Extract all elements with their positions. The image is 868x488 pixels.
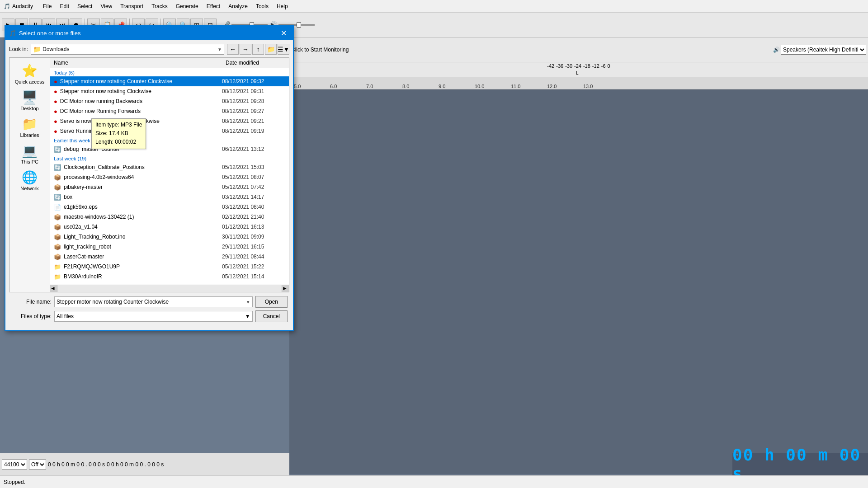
menu-view[interactable]: View bbox=[97, 2, 116, 10]
view-options-button[interactable]: ☰▼ bbox=[278, 44, 289, 55]
file-date: 01/12/2021 16:13 bbox=[222, 224, 285, 230]
menu-analyze[interactable]: Analyze bbox=[225, 2, 251, 10]
file-date: 05/12/2021 15:14 bbox=[222, 273, 285, 280]
libraries-label: Libraries bbox=[20, 132, 39, 138]
file-date: 30/11/2021 09:09 bbox=[222, 234, 285, 240]
table-row[interactable]: 🔄 box 03/12/2021 14:17 bbox=[50, 192, 289, 202]
look-in-dropdown[interactable]: 📁 Downloads ▼ bbox=[31, 44, 224, 55]
mp3-file-icon: ● bbox=[54, 128, 57, 135]
ruler-mark-neg36: -36 bbox=[556, 63, 563, 69]
table-row[interactable]: ● Stepper motor now rotating Clockwise 0… bbox=[50, 86, 289, 96]
sidebar-item-libraries[interactable]: 📁 Libraries bbox=[12, 115, 48, 140]
ruler-mark-12: 12.0 bbox=[547, 84, 583, 89]
scroll-track[interactable] bbox=[57, 285, 282, 292]
look-in-row: Look in: 📁 Downloads ▼ ← → ↑ 📁 ☰▼ bbox=[9, 44, 289, 55]
table-row[interactable]: 📁 BM30ArduinoIR 05/12/2021 15:14 bbox=[50, 272, 289, 282]
files-of-type-arrow-icon: ▼ bbox=[245, 313, 250, 319]
snap-select[interactable]: Off bbox=[29, 459, 46, 470]
table-row[interactable]: ● DC Motor now running Backwards 08/12/2… bbox=[50, 96, 289, 106]
file-list-scroll[interactable]: Today (6) ● Stepper motor now rotating C… bbox=[50, 68, 289, 285]
table-row[interactable]: 📁 F21RQMQJWGO1U9P 05/12/2021 15:22 bbox=[50, 262, 289, 272]
table-row[interactable]: ● DC Motor now Running Forwards 08/12/20… bbox=[50, 106, 289, 116]
ruler-mark-neg24: -24 bbox=[574, 63, 581, 69]
menu-help[interactable]: Help bbox=[273, 2, 292, 10]
table-row[interactable]: 🔄 debug_master_counter 06/12/2021 13:12 bbox=[50, 144, 289, 154]
files-of-type-select[interactable]: All files ▼ bbox=[54, 311, 253, 322]
menu-edit[interactable]: Edit bbox=[56, 2, 73, 10]
table-row[interactable]: 📦 processing-4.0b2-windows64 05/12/2021 … bbox=[50, 172, 289, 182]
table-row[interactable]: 📦 LaserCat-master 29/11/2021 08:44 bbox=[50, 252, 289, 262]
file-name-input[interactable]: Stepper motor now rotating Counter Clock… bbox=[54, 296, 253, 307]
table-row[interactable]: 📦 light_tracking_robot 29/11/2021 16:15 bbox=[50, 242, 289, 252]
sample-rate-select[interactable]: 44100 bbox=[2, 459, 27, 470]
table-row[interactable]: ● Stepper motor now rotating Counter Clo… bbox=[50, 76, 289, 86]
scroll-right-button[interactable]: ► bbox=[282, 285, 289, 292]
dialog-bottom: File name: Stepper motor now rotating Co… bbox=[9, 296, 289, 327]
time-display: 00 h 00 m 00 s bbox=[732, 453, 868, 475]
table-row[interactable]: 📦 pibakery-master 05/12/2021 07:42 bbox=[50, 182, 289, 192]
table-row[interactable]: 📦 Light_Tracking_Robot.ino 30/11/2021 09… bbox=[50, 232, 289, 242]
create-folder-button[interactable]: 📁 bbox=[265, 44, 277, 55]
file-date: 06/12/2021 13:12 bbox=[222, 146, 285, 152]
file-name-text: Stepper motor now rotating Clockwise bbox=[60, 88, 222, 94]
table-row[interactable]: 📦 maestro-windows-130422 (1) 02/12/2021 … bbox=[50, 212, 289, 222]
file-name-value: Stepper motor now rotating Counter Clock… bbox=[57, 299, 246, 305]
sidebar-item-this-pc[interactable]: 💻 This PC bbox=[12, 141, 48, 166]
back-button[interactable]: ← bbox=[227, 44, 239, 55]
file-name-text: usc02a_v1.04 bbox=[64, 224, 222, 230]
mp3-file-icon: ● bbox=[54, 98, 57, 105]
sidebar-item-network[interactable]: 🌐 Network bbox=[12, 168, 48, 193]
desktop-label: Desktop bbox=[20, 106, 38, 111]
scroll-left-button[interactable]: ◄ bbox=[50, 285, 57, 292]
dialog-icon: 🎵 bbox=[9, 30, 16, 37]
sidebar-item-quick-access[interactable]: ⭐ Quick access bbox=[12, 61, 48, 86]
file-name-row: File name: Stepper motor now rotating Co… bbox=[11, 296, 288, 308]
menu-file[interactable]: File bbox=[39, 2, 55, 10]
speaker-icon-output: 🔊 bbox=[773, 47, 780, 53]
forward-button[interactable]: → bbox=[240, 44, 251, 55]
file-name-label: File name: bbox=[11, 299, 52, 305]
column-name-header: Name bbox=[52, 59, 224, 67]
file-tooltip: Item type: MP3 File Size: 17.4 KB Length… bbox=[91, 118, 146, 149]
cancel-button[interactable]: Cancel bbox=[255, 310, 288, 322]
output-device-select[interactable]: Speakers (Realtek High Definiti bbox=[781, 45, 866, 55]
file-name-text: processing-4.0b2-windows64 bbox=[64, 174, 222, 180]
menu-effect[interactable]: Effect bbox=[203, 2, 224, 10]
file-date: 29/11/2021 16:15 bbox=[222, 244, 285, 250]
file-date: 08/12/2021 09:28 bbox=[222, 98, 285, 104]
monitor-top: Click to Start Monitoring 🔊 Speakers (Re… bbox=[289, 38, 868, 62]
zip-file-icon: 📦 bbox=[54, 174, 61, 181]
menu-tracks[interactable]: Tracks bbox=[148, 2, 171, 10]
this-pc-label: This PC bbox=[21, 159, 38, 164]
this-pc-icon: 💻 bbox=[22, 143, 38, 158]
ruler-mark-neg30: -30 bbox=[565, 63, 572, 69]
ruler-mark-6: 6.0 bbox=[330, 84, 366, 89]
table-row[interactable]: 📦 usc02a_v1.04 01/12/2021 16:13 bbox=[50, 222, 289, 232]
monitor-label[interactable]: Click to Start Monitoring bbox=[291, 47, 349, 53]
up-folder-button[interactable]: ↑ bbox=[252, 44, 264, 55]
file-date: 08/12/2021 09:27 bbox=[222, 108, 285, 114]
file-date: 05/12/2021 07:42 bbox=[222, 184, 285, 190]
look-in-label: Look in: bbox=[9, 46, 28, 52]
file-date: 02/12/2021 21:40 bbox=[222, 214, 285, 220]
table-row[interactable]: ● Servo is now Running Counter Clockwise… bbox=[50, 116, 289, 126]
folder-icon: 📁 bbox=[54, 273, 61, 280]
track-area bbox=[289, 89, 868, 474]
dialog-body: Look in: 📁 Downloads ▼ ← → ↑ 📁 ☰▼ ⭐ Quic… bbox=[5, 40, 293, 330]
table-row[interactable]: 🔄 Clockception_Calibrate_Positions 05/12… bbox=[50, 162, 289, 172]
horizontal-scrollbar[interactable]: ◄ ► bbox=[50, 285, 289, 292]
menu-transport[interactable]: Transport bbox=[117, 2, 147, 10]
ruler-mark-11: 11.0 bbox=[511, 84, 547, 89]
dialog-close-button[interactable]: ✕ bbox=[278, 28, 289, 38]
mp3-file-icon: ● bbox=[54, 88, 57, 95]
menu-tools[interactable]: Tools bbox=[252, 2, 272, 10]
table-row[interactable]: ● Servo Running Clockwise 08/12/2021 09:… bbox=[50, 126, 289, 136]
open-button[interactable]: Open bbox=[255, 296, 288, 308]
sidebar-item-desktop[interactable]: 🖥️ Desktop bbox=[12, 88, 48, 113]
file-name-text: LaserCat-master bbox=[64, 253, 222, 260]
zip-file-icon: 📦 bbox=[54, 244, 61, 250]
menu-select[interactable]: Select bbox=[74, 2, 96, 10]
file-name-text: box bbox=[64, 194, 222, 200]
menu-generate[interactable]: Generate bbox=[172, 2, 202, 10]
table-row[interactable]: 📄 e1gk59xo.eps 03/12/2021 08:40 bbox=[50, 202, 289, 212]
